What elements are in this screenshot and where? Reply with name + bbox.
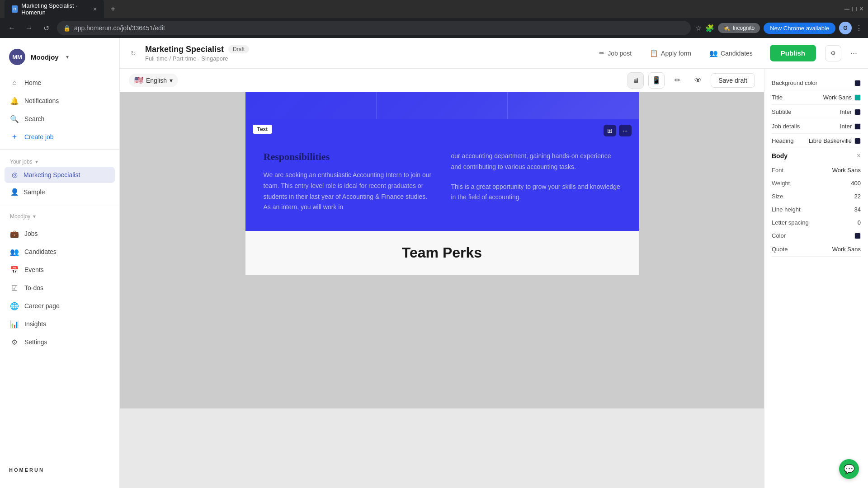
team-perks-title: Team Perks <box>264 244 621 261</box>
block-more-btn[interactable]: ··· <box>619 125 632 136</box>
create-job-icon: + <box>10 132 19 141</box>
top-tab-nav: ✏ Job post 📋 Apply form 👥 Candidates <box>591 46 761 61</box>
sidebar-item-create-job[interactable]: + Create job <box>5 128 115 145</box>
active-tab[interactable]: H Marketing Specialist · Homerun × <box>5 0 104 19</box>
tab-candidates[interactable]: 👥 Candidates <box>701 46 761 61</box>
mobile-view-btn[interactable]: 📱 <box>648 72 665 89</box>
quote-label: Quote <box>772 246 788 253</box>
job-details-color-swatch[interactable] <box>854 123 861 130</box>
body-section-close-btn[interactable]: × <box>857 152 861 160</box>
title-color-swatch[interactable] <box>854 94 861 101</box>
forward-btn[interactable]: → <box>23 22 35 34</box>
moodjoy-nav: 💼 Jobs 👥 Candidates 📅 Events ☑ To-dos 🌐 … <box>0 225 119 351</box>
editor-main: 🇺🇸 English ▾ 🖥 📱 ✏ 👁 Save draft <box>120 69 764 488</box>
back-btn[interactable]: ← <box>5 22 18 34</box>
subtitle-font-value[interactable]: Inter <box>840 108 861 115</box>
bookmark-icon[interactable]: ☆ <box>695 24 702 33</box>
editor-toolbar: 🇺🇸 English ▾ 🖥 📱 ✏ 👁 Save draft <box>120 69 764 92</box>
sidebar-item-candidates[interactable]: 👥 Candidates <box>5 243 115 260</box>
sidebar-item-jobs[interactable]: 💼 Jobs <box>5 225 115 242</box>
letter-spacing-value[interactable]: 0 <box>858 219 861 226</box>
company-avatar: MM <box>9 49 25 65</box>
address-bar[interactable]: 🔒 app.homerun.co/job/336451/edit <box>57 21 691 35</box>
sidebar-item-career-page[interactable]: 🌐 Career page <box>5 297 115 314</box>
publish-button[interactable]: Publish <box>770 45 816 61</box>
tab-job-post[interactable]: ✏ Job post <box>591 46 640 61</box>
block-layout-btn[interactable]: ⊞ <box>604 125 616 136</box>
sidebar-item-events[interactable]: 📅 Events <box>5 261 115 278</box>
job-details-font-value[interactable]: Inter <box>840 123 861 130</box>
chat-support-btn[interactable]: 💬 <box>839 459 859 479</box>
edit-mode-btn[interactable]: ✏ <box>669 72 685 89</box>
quote-font-value[interactable]: Work Sans <box>832 246 861 253</box>
sidebar-item-insights-label: Insights <box>24 320 46 328</box>
body-color-swatch[interactable] <box>854 233 861 239</box>
sidebar-item-search-label: Search <box>24 115 44 122</box>
heading-font-value[interactable]: Libre Baskerville <box>809 137 861 144</box>
job-title-row: Marketing Specialist Draft <box>145 45 582 54</box>
weight-label: Weight <box>772 180 790 187</box>
line-height-value[interactable]: 34 <box>854 206 861 213</box>
moodjoy-chevron-icon: ▾ <box>33 213 36 220</box>
size-value[interactable]: 22 <box>854 193 861 200</box>
weight-value[interactable]: 400 <box>851 180 861 187</box>
browser-title-bar: H Marketing Specialist · Homerun × + ─ □… <box>0 0 868 18</box>
preview-btn[interactable]: 👁 <box>690 72 706 89</box>
sidebar: MM Moodjoy ▾ ⌂ Home 🔔 Notifications 🔍 Se… <box>0 38 120 488</box>
close-btn[interactable]: × <box>859 5 863 13</box>
save-draft-button[interactable]: Save draft <box>711 73 755 88</box>
extension-icon[interactable]: 🧩 <box>705 24 714 33</box>
sidebar-item-search[interactable]: 🔍 Search <box>5 110 115 127</box>
tab-apply-form[interactable]: 📋 Apply form <box>642 46 699 61</box>
events-icon: 📅 <box>10 265 19 274</box>
settings-button[interactable]: ⚙ <box>825 45 841 61</box>
sidebar-item-sample[interactable]: 👤 Sample <box>5 184 115 200</box>
tab-close-btn[interactable]: × <box>93 5 97 13</box>
minimize-btn[interactable]: ─ <box>844 5 849 13</box>
sidebar-item-marketing-specialist-label: Marketing Specialist <box>24 171 80 178</box>
maximize-btn[interactable]: □ <box>852 5 857 13</box>
address-bar-row: ← → ↺ 🔒 app.homerun.co/job/336451/edit ☆… <box>0 18 868 38</box>
line-height-label: Line height <box>772 206 801 213</box>
language-selector[interactable]: 🇺🇸 English ▾ <box>129 74 178 87</box>
heading-font-name: Libre Baskerville <box>809 137 852 144</box>
tab-apply-form-label: Apply form <box>661 50 691 57</box>
notifications-icon: 🔔 <box>10 96 19 105</box>
sidebar-item-insights[interactable]: 📊 Insights <box>5 315 115 333</box>
title-font-value[interactable]: Work Sans <box>823 94 861 101</box>
company-chevron-icon[interactable]: ▾ <box>66 54 69 60</box>
subtitle-row: Subtitle Inter <box>772 105 861 119</box>
your-jobs-section-label: Your jobs ▾ <box>0 153 119 167</box>
sidebar-divider-2 <box>0 204 119 204</box>
sync-icon[interactable]: ↻ <box>131 50 136 57</box>
col-2-body-text-1: our accounting department, gaining hands… <box>451 151 621 173</box>
url-text: app.homerun.co/job/336451/edit <box>74 24 165 32</box>
title-typography-label: Title <box>772 94 783 101</box>
sidebar-item-notifications[interactable]: 🔔 Notifications <box>5 92 115 109</box>
background-color-label: Background color <box>772 80 817 86</box>
more-options-button[interactable]: ··· <box>850 48 857 58</box>
sidebar-item-todos[interactable]: ☑ To-dos <box>5 279 115 296</box>
sidebar-item-home[interactable]: ⌂ Home <box>5 74 115 91</box>
sidebar-item-marketing-specialist[interactable]: ◎ Marketing Specialist <box>5 167 115 183</box>
desktop-view-btn[interactable]: 🖥 <box>627 72 644 89</box>
background-color-swatch[interactable] <box>854 80 861 86</box>
sidebar-divider-1 <box>0 149 119 150</box>
new-chrome-btn[interactable]: New Chrome available <box>764 23 835 34</box>
sidebar-footer: HOMERUN <box>0 458 119 481</box>
sidebar-item-todos-label: To-dos <box>24 284 43 291</box>
background-color-row: Background color <box>772 76 861 90</box>
profile-avatar[interactable]: G <box>839 22 852 34</box>
heading-color-swatch[interactable] <box>854 138 861 144</box>
font-value[interactable]: Work Sans <box>832 167 861 174</box>
job-title-section: Marketing Specialist Draft Full-time / P… <box>145 45 582 62</box>
new-tab-button[interactable]: + <box>108 4 118 14</box>
job-post-icon: ✏ <box>599 49 605 57</box>
sidebar-item-sample-label: Sample <box>24 188 45 196</box>
reload-btn[interactable]: ↺ <box>40 22 52 34</box>
subtitle-color-swatch[interactable] <box>854 109 861 115</box>
sidebar-item-settings[interactable]: ⚙ Settings <box>5 333 115 351</box>
text-block: Text ⊞ ··· Responsibilities We ar <box>245 119 639 231</box>
language-flag: 🇺🇸 <box>134 76 143 84</box>
browser-menu-icon[interactable]: ⋮ <box>855 24 863 33</box>
